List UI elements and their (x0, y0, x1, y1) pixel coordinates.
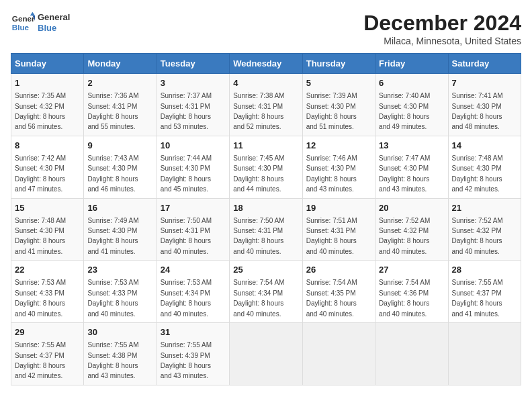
day-detail: Sunrise: 7:53 AMSunset: 4:33 PMDaylight:… (15, 279, 66, 317)
calendar-week-1: 1 Sunrise: 7:35 AMSunset: 4:32 PMDayligh… (11, 74, 521, 136)
calendar-cell: 5 Sunrise: 7:39 AMSunset: 4:30 PMDayligh… (302, 74, 375, 136)
calendar-week-4: 22 Sunrise: 7:53 AMSunset: 4:33 PMDaylig… (11, 261, 521, 323)
day-number: 15 (15, 202, 80, 214)
calendar-cell: 13 Sunrise: 7:47 AMSunset: 4:30 PMDaylig… (375, 136, 448, 198)
day-detail: Sunrise: 7:50 AMSunset: 4:31 PMDaylight:… (233, 217, 284, 255)
day-detail: Sunrise: 7:46 AMSunset: 4:30 PMDaylight:… (306, 154, 357, 193)
day-number: 6 (379, 77, 444, 89)
day-number: 10 (161, 140, 226, 152)
day-detail: Sunrise: 7:48 AMSunset: 4:30 PMDaylight:… (15, 217, 66, 255)
day-detail: Sunrise: 7:55 AMSunset: 4:37 PMDaylight:… (15, 341, 66, 379)
day-number: 8 (15, 140, 80, 152)
calendar-cell: 9 Sunrise: 7:43 AMSunset: 4:30 PMDayligh… (84, 136, 157, 198)
day-number: 21 (452, 202, 517, 214)
calendar-table: SundayMondayTuesdayWednesdayThursdayFrid… (11, 53, 521, 385)
page-header: General Blue General Blue December 2024 … (11, 11, 521, 46)
day-detail: Sunrise: 7:52 AMSunset: 4:32 PMDaylight:… (379, 217, 430, 255)
calendar-header-row: SundayMondayTuesdayWednesdayThursdayFrid… (11, 54, 521, 74)
header-tuesday: Tuesday (157, 54, 229, 74)
day-detail: Sunrise: 7:53 AMSunset: 4:34 PMDaylight:… (161, 279, 212, 317)
day-detail: Sunrise: 7:39 AMSunset: 4:30 PMDaylight:… (306, 92, 357, 130)
calendar-cell: 29 Sunrise: 7:55 AMSunset: 4:37 PMDaylig… (11, 323, 84, 385)
calendar-cell: 18 Sunrise: 7:50 AMSunset: 4:31 PMDaylig… (230, 198, 302, 261)
header-sunday: Sunday (11, 54, 84, 74)
calendar-cell: 3 Sunrise: 7:37 AMSunset: 4:31 PMDayligh… (157, 74, 229, 136)
calendar-cell: 23 Sunrise: 7:53 AMSunset: 4:33 PMDaylig… (84, 261, 157, 323)
day-number: 18 (233, 202, 298, 214)
calendar-cell: 14 Sunrise: 7:48 AMSunset: 4:30 PMDaylig… (448, 136, 521, 198)
day-detail: Sunrise: 7:48 AMSunset: 4:30 PMDaylight:… (452, 154, 503, 193)
logo: General Blue General Blue (11, 11, 70, 35)
calendar-cell: 30 Sunrise: 7:55 AMSunset: 4:38 PMDaylig… (84, 323, 157, 385)
calendar-cell: 26 Sunrise: 7:54 AMSunset: 4:35 PMDaylig… (302, 261, 375, 323)
day-number: 16 (87, 202, 152, 214)
calendar-cell: 22 Sunrise: 7:53 AMSunset: 4:33 PMDaylig… (11, 261, 84, 323)
calendar-cell: 27 Sunrise: 7:54 AMSunset: 4:36 PMDaylig… (375, 261, 448, 323)
day-detail: Sunrise: 7:49 AMSunset: 4:30 PMDaylight:… (87, 217, 138, 255)
logo-text-blue: Blue (38, 23, 70, 34)
calendar-cell: 15 Sunrise: 7:48 AMSunset: 4:30 PMDaylig… (11, 198, 84, 261)
day-detail: Sunrise: 7:36 AMSunset: 4:31 PMDaylight:… (87, 92, 138, 130)
day-number: 7 (452, 77, 517, 89)
day-detail: Sunrise: 7:42 AMSunset: 4:30 PMDaylight:… (15, 154, 66, 193)
day-detail: Sunrise: 7:44 AMSunset: 4:30 PMDaylight:… (161, 154, 212, 193)
calendar-cell: 11 Sunrise: 7:45 AMSunset: 4:30 PMDaylig… (230, 136, 302, 198)
calendar-cell: 1 Sunrise: 7:35 AMSunset: 4:32 PMDayligh… (11, 74, 84, 136)
day-number: 29 (15, 326, 80, 338)
calendar-cell (230, 323, 302, 385)
day-number: 2 (87, 77, 152, 89)
day-number: 30 (87, 326, 152, 338)
day-detail: Sunrise: 7:55 AMSunset: 4:39 PMDaylight:… (161, 341, 212, 379)
day-number: 22 (15, 264, 80, 276)
calendar-week-3: 15 Sunrise: 7:48 AMSunset: 4:30 PMDaylig… (11, 198, 521, 261)
day-detail: Sunrise: 7:51 AMSunset: 4:31 PMDaylight:… (306, 217, 357, 255)
header-wednesday: Wednesday (230, 54, 302, 74)
calendar-cell: 4 Sunrise: 7:38 AMSunset: 4:31 PMDayligh… (230, 74, 302, 136)
calendar-cell (375, 323, 448, 385)
calendar-cell: 2 Sunrise: 7:36 AMSunset: 4:31 PMDayligh… (84, 74, 157, 136)
day-number: 4 (233, 77, 298, 89)
calendar-week-5: 29 Sunrise: 7:55 AMSunset: 4:37 PMDaylig… (11, 323, 521, 385)
day-detail: Sunrise: 7:50 AMSunset: 4:31 PMDaylight:… (161, 217, 212, 255)
day-detail: Sunrise: 7:41 AMSunset: 4:30 PMDaylight:… (452, 92, 503, 130)
calendar-cell: 28 Sunrise: 7:55 AMSunset: 4:37 PMDaylig… (448, 261, 521, 323)
day-detail: Sunrise: 7:54 AMSunset: 4:34 PMDaylight:… (233, 279, 284, 317)
day-number: 1 (15, 77, 80, 89)
day-number: 23 (87, 264, 152, 276)
day-number: 11 (233, 140, 298, 152)
calendar-cell: 17 Sunrise: 7:50 AMSunset: 4:31 PMDaylig… (157, 198, 229, 261)
day-detail: Sunrise: 7:43 AMSunset: 4:30 PMDaylight:… (87, 154, 138, 193)
header-monday: Monday (84, 54, 157, 74)
calendar-cell: 24 Sunrise: 7:53 AMSunset: 4:34 PMDaylig… (157, 261, 229, 323)
day-detail: Sunrise: 7:52 AMSunset: 4:32 PMDaylight:… (452, 217, 503, 255)
calendar-cell (302, 323, 375, 385)
calendar-cell: 10 Sunrise: 7:44 AMSunset: 4:30 PMDaylig… (157, 136, 229, 198)
day-detail: Sunrise: 7:54 AMSunset: 4:36 PMDaylight:… (379, 279, 430, 317)
header-friday: Friday (375, 54, 448, 74)
day-detail: Sunrise: 7:55 AMSunset: 4:38 PMDaylight:… (87, 341, 138, 379)
day-detail: Sunrise: 7:35 AMSunset: 4:32 PMDaylight:… (15, 92, 66, 130)
day-number: 14 (452, 140, 517, 152)
calendar-cell: 7 Sunrise: 7:41 AMSunset: 4:30 PMDayligh… (448, 74, 521, 136)
calendar-week-2: 8 Sunrise: 7:42 AMSunset: 4:30 PMDayligh… (11, 136, 521, 198)
day-detail: Sunrise: 7:53 AMSunset: 4:33 PMDaylight:… (87, 279, 138, 317)
calendar-cell: 20 Sunrise: 7:52 AMSunset: 4:32 PMDaylig… (375, 198, 448, 261)
day-detail: Sunrise: 7:37 AMSunset: 4:31 PMDaylight:… (161, 92, 212, 130)
day-number: 9 (87, 140, 152, 152)
day-detail: Sunrise: 7:40 AMSunset: 4:30 PMDaylight:… (379, 92, 430, 130)
calendar-cell: 12 Sunrise: 7:46 AMSunset: 4:30 PMDaylig… (302, 136, 375, 198)
day-detail: Sunrise: 7:45 AMSunset: 4:30 PMDaylight:… (233, 154, 284, 193)
day-number: 28 (452, 264, 517, 276)
day-number: 12 (306, 140, 371, 152)
day-number: 3 (161, 77, 226, 89)
header-saturday: Saturday (448, 54, 521, 74)
day-number: 19 (306, 202, 371, 214)
day-detail: Sunrise: 7:38 AMSunset: 4:31 PMDaylight:… (233, 92, 284, 130)
day-detail: Sunrise: 7:55 AMSunset: 4:37 PMDaylight:… (452, 279, 503, 317)
page-title: December 2024 (363, 11, 521, 36)
calendar-cell: 19 Sunrise: 7:51 AMSunset: 4:31 PMDaylig… (302, 198, 375, 261)
calendar-cell (448, 323, 521, 385)
calendar-cell: 16 Sunrise: 7:49 AMSunset: 4:30 PMDaylig… (84, 198, 157, 261)
day-number: 17 (161, 202, 226, 214)
page-subtitle: Milaca, Minnesota, United States (363, 36, 521, 46)
